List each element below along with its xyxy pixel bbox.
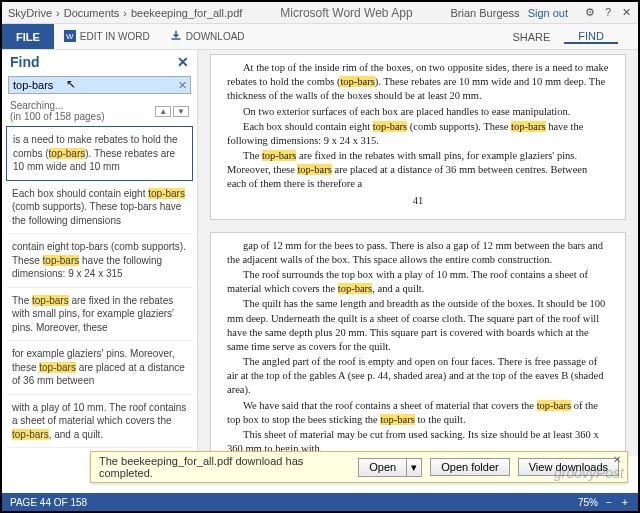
find-title: Find <box>10 54 40 70</box>
download-button[interactable]: DOWNLOAD <box>160 24 255 49</box>
close-notification-icon[interactable]: ✕ <box>613 454 621 465</box>
tab-file[interactable]: FILE <box>2 24 54 49</box>
word-icon: W <box>64 30 76 44</box>
page: gap of 12 mm for the bees to pass. There… <box>210 232 626 456</box>
page: At the top of the inside rim of the boxe… <box>210 54 626 220</box>
open-dropdown-button[interactable]: ▾ <box>407 458 422 477</box>
download-icon <box>170 30 182 44</box>
find-result[interactable]: is a need to make rebates to hold the co… <box>6 126 193 181</box>
download-notification: The beekeeping_for_all.pdf download has … <box>90 451 628 483</box>
zoom-level: 75% <box>578 497 598 508</box>
find-searching: Searching... <box>10 100 105 111</box>
page-number: 41 <box>227 194 609 208</box>
breadcrumb-root[interactable]: SkyDrive <box>8 7 52 19</box>
user-name: Brian Burgess <box>451 7 520 19</box>
edit-in-word-button[interactable]: W EDIT IN WORD <box>54 24 160 49</box>
view-downloads-button[interactable]: View downloads <box>518 458 619 476</box>
find-result[interactable]: for example glaziers' pins. Moreover, th… <box>6 341 193 395</box>
open-download-button[interactable]: Open <box>358 458 407 477</box>
prev-result-button[interactable]: ▲ <box>155 106 171 117</box>
tab-share[interactable]: SHARE <box>498 31 564 43</box>
zoom-out-button[interactable]: − <box>604 497 614 508</box>
page-counter: PAGE 44 OF 158 <box>10 497 87 508</box>
breadcrumb[interactable]: SkyDrive › Documents › beekeeping_for_al… <box>8 7 242 19</box>
svg-text:W: W <box>66 32 74 41</box>
settings-icon[interactable]: ⚙ <box>584 6 596 19</box>
open-folder-button[interactable]: Open folder <box>430 458 509 476</box>
help-icon[interactable]: ? <box>602 6 614 19</box>
zoom-in-button[interactable]: + <box>620 497 630 508</box>
tab-find[interactable]: FIND <box>564 30 618 44</box>
find-scope: (in 100 of 158 pages) <box>10 111 105 122</box>
document-viewport[interactable]: At the top of the inside rim of the boxe… <box>198 50 638 456</box>
find-results: is a need to make rebates to hold the co… <box>2 126 197 456</box>
find-input[interactable] <box>8 76 191 94</box>
breadcrumb-folder[interactable]: Documents <box>64 7 120 19</box>
close-find-icon[interactable]: ✕ <box>177 54 189 70</box>
find-result[interactable]: with a play of 10 mm. The roof contains … <box>6 395 193 449</box>
clear-search-icon[interactable]: ✕ <box>178 79 187 92</box>
next-result-button[interactable]: ▼ <box>173 106 189 117</box>
find-result[interactable]: Each box should contain eight top-bars (… <box>6 181 193 235</box>
find-result[interactable]: The top-bars are fixed in the rebates wi… <box>6 288 193 342</box>
find-result[interactable]: contain eight top-bars (comb supports). … <box>6 234 193 288</box>
close-icon[interactable]: ✕ <box>620 6 632 19</box>
app-title: Microsoft Word Web App <box>242 6 450 20</box>
download-message: The beekeeping_for_all.pdf download has … <box>99 455 350 479</box>
sign-out-link[interactable]: Sign out <box>528 7 568 19</box>
breadcrumb-file[interactable]: beekeeping_for_all.pdf <box>131 7 242 19</box>
find-panel: Find ✕ ↖ ✕ Searching... (in 100 of 158 p… <box>2 50 198 456</box>
